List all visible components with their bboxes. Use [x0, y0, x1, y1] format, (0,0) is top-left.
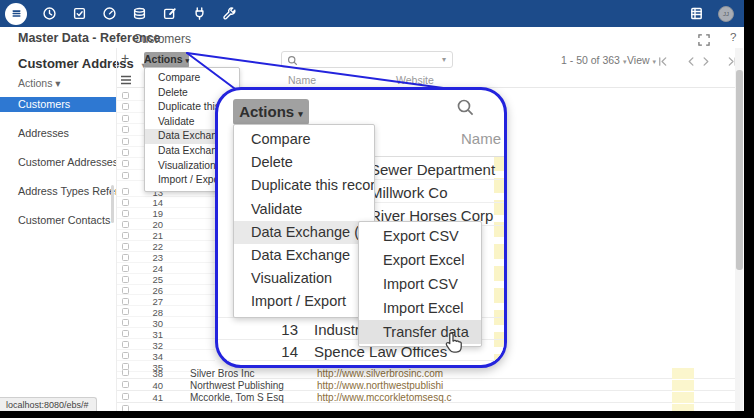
table-row[interactable]: 41 Mccorkle, Tom S Esq http://www.mccork… [117, 391, 735, 403]
table-row[interactable]: 22 [117, 241, 215, 252]
row-checkbox[interactable] [122, 330, 129, 337]
row-checkbox[interactable] [122, 126, 129, 133]
next-page-button[interactable] [700, 53, 712, 65]
table-row[interactable]: 23 [117, 252, 215, 263]
row-checkbox[interactable] [122, 92, 129, 99]
menu-item[interactable]: Visualization ▸ [234, 267, 374, 290]
row-checkbox[interactable] [122, 210, 129, 217]
prev-page-button[interactable] [686, 53, 698, 65]
row-checkbox[interactable] [122, 341, 129, 348]
row-website-link[interactable]: http://www.mccorkletomsesq.c [317, 392, 589, 403]
sidebar-item[interactable]: Address Types Reference [0, 184, 116, 198]
table-row[interactable]: 31 [117, 328, 215, 339]
sidebar-item[interactable]: Customers [0, 97, 116, 112]
actions-button[interactable]: Actions ▾ [144, 52, 189, 68]
table-row[interactable]: 26 [117, 285, 215, 296]
menu-item[interactable]: Compare [145, 71, 239, 86]
row-checkbox[interactable] [122, 393, 129, 400]
add-record-button[interactable]: + [121, 50, 129, 66]
row-id: 25 [137, 274, 163, 285]
expand-icon[interactable] [698, 32, 710, 44]
row-checkbox[interactable] [122, 232, 129, 239]
column-header-name[interactable]: Name [288, 74, 316, 86]
database-icon[interactable] [132, 6, 147, 21]
sidebar-item[interactable]: Customer Addresses [0, 155, 116, 169]
column-header-website[interactable]: Website [396, 74, 434, 86]
sidebar-item[interactable]: Addresses [0, 126, 116, 140]
pagination-range[interactable]: 1 - 50 of 363 ▾ [561, 54, 626, 66]
menu-item[interactable]: Duplicate this record ▸ [234, 174, 374, 197]
row-checkbox[interactable] [122, 188, 129, 195]
menu-item[interactable]: Data Exchange ▸ [234, 244, 374, 267]
table-row[interactable]: 32 [117, 339, 215, 350]
row-checkbox[interactable] [122, 308, 129, 315]
dashboard-icon[interactable] [102, 6, 117, 21]
help-icon[interactable]: ? [730, 31, 736, 43]
menu-item[interactable]: Delete ▸ [234, 151, 374, 174]
table-row[interactable]: 20 [117, 219, 215, 230]
list-menu-icon[interactable] [120, 72, 132, 84]
search-input[interactable]: ▾ [281, 51, 453, 68]
table-row[interactable]: Millwork Co [370, 180, 504, 203]
search-filter-caret-icon[interactable]: ▾ [442, 55, 446, 64]
search-icon[interactable] [456, 98, 475, 117]
submenu-item[interactable]: Export Excel [359, 248, 481, 272]
row-checkbox[interactable] [122, 115, 129, 122]
user-avatar[interactable]: JJ [718, 6, 734, 22]
table-row[interactable]: 40 Northwest Publishing http://www.north… [117, 379, 735, 391]
menu-item[interactable]: Compare ▸ [234, 128, 374, 151]
table-row[interactable]: Sewer Department [370, 157, 504, 180]
grid-list-icon[interactable] [689, 6, 704, 21]
submenu-item[interactable]: Import Excel [359, 296, 481, 320]
vertical-scrollbar-thumb[interactable] [736, 70, 743, 270]
menu-item[interactable]: Validate ▸ [234, 198, 374, 221]
table-row[interactable]: 21 [117, 230, 215, 241]
submenu-item[interactable]: Import CSV [359, 272, 481, 296]
table-row[interactable]: 38 Silver Bros Inc http://www.silverbros… [117, 367, 735, 379]
table-row[interactable]: 27 [117, 296, 215, 307]
row-checkbox[interactable] [122, 243, 129, 250]
row-checkbox[interactable] [122, 199, 129, 206]
edit-icon[interactable] [162, 6, 177, 21]
table-row[interactable] [117, 403, 735, 411]
row-checkbox[interactable] [122, 138, 129, 145]
menu-item[interactable]: Import / Export ▸ [234, 290, 374, 313]
row-checkbox[interactable] [122, 287, 129, 294]
row-checkbox[interactable] [122, 381, 129, 388]
table-row[interactable]: 19 [117, 208, 215, 219]
table-row[interactable]: 34 [117, 350, 215, 361]
row-checkbox[interactable] [122, 276, 129, 283]
table-row[interactable]: 14 [117, 197, 215, 208]
row-checkbox[interactable] [122, 298, 129, 305]
sidebar-actions-dropdown[interactable]: Actions ▾ [18, 77, 61, 89]
wrench-icon[interactable] [222, 6, 237, 21]
row-checkbox[interactable] [122, 254, 129, 261]
sidebar-scrollbar[interactable] [111, 185, 114, 223]
row-checkbox[interactable] [122, 149, 129, 156]
app-logo-icon[interactable] [5, 3, 27, 25]
sidebar-item[interactable]: Customer Contacts [0, 213, 116, 227]
row-checkbox[interactable] [122, 319, 129, 326]
row-checkbox[interactable] [122, 103, 129, 110]
table-row[interactable]: 24 [117, 263, 215, 274]
view-dropdown[interactable]: View ▾ [627, 54, 656, 66]
submenu-item[interactable]: Export CSV [359, 224, 481, 248]
row-checkbox[interactable] [122, 221, 129, 228]
actions-button[interactable]: Actions ▾ [233, 99, 309, 125]
row-website-link[interactable]: http://www.silverbrosinc.com [317, 368, 589, 379]
first-page-button[interactable] [657, 53, 669, 65]
row-website-link[interactable]: http://www.northwestpublishi [317, 380, 589, 391]
clock-icon[interactable] [42, 6, 57, 21]
table-row[interactable]: 30 [117, 317, 215, 328]
tasks-icon[interactable] [72, 6, 87, 21]
row-checkbox[interactable] [122, 405, 129, 411]
row-checkbox[interactable] [122, 160, 129, 167]
row-checkbox[interactable] [122, 172, 129, 179]
row-checkbox[interactable] [122, 369, 129, 376]
row-checkbox[interactable] [122, 352, 129, 359]
plug-icon[interactable] [192, 6, 207, 21]
row-checkbox[interactable] [122, 265, 129, 272]
table-row[interactable]: 25 [117, 274, 215, 285]
menu-item[interactable]: Data Exchange (New) ▸ [234, 221, 374, 244]
table-row[interactable]: 28 [117, 306, 215, 317]
